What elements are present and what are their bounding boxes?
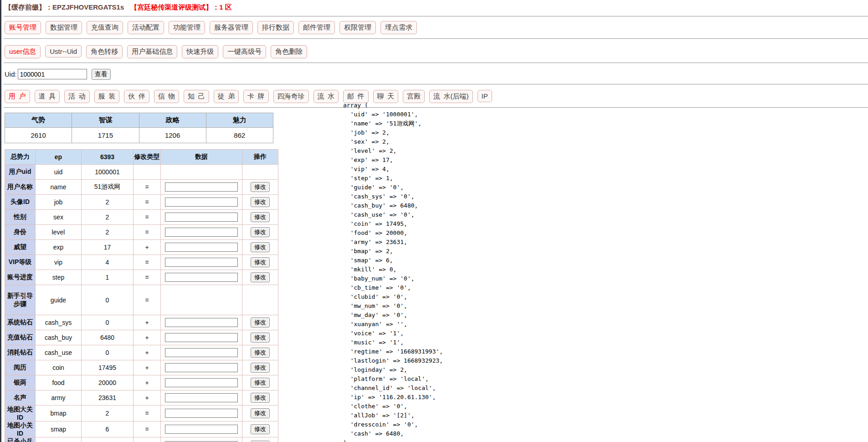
- nav-secondary-item-6[interactable]: 角色删除: [271, 45, 307, 58]
- attr-action-cell-cash_sys: 修改: [242, 315, 278, 330]
- attr-header-3: 修改类型: [134, 150, 161, 165]
- attr-data-cell-cash_buy: [161, 330, 242, 345]
- attr-action-cell-level: 修改: [242, 225, 278, 240]
- nav-secondary-item-3[interactable]: 用户基础信息: [127, 45, 177, 58]
- attr-action-cell-uid: [242, 165, 278, 180]
- attr-action-cell-bmap: 修改: [242, 406, 278, 421]
- modify-button-exp[interactable]: 修改: [251, 242, 270, 252]
- nav-primary-item-0[interactable]: 账号管理: [5, 21, 41, 34]
- attr-input-job[interactable]: [165, 198, 238, 207]
- attr-header-1: ep: [36, 150, 82, 165]
- attr-field-sex: sex: [36, 210, 82, 225]
- stat-value-2: 1206: [139, 128, 206, 143]
- nav-secondary-item-1[interactable]: Ustr--Uid: [45, 45, 82, 57]
- attr-op-level: =: [134, 225, 161, 240]
- modify-button-cash_buy[interactable]: 修改: [251, 333, 270, 343]
- attr-field-exp: exp: [36, 240, 82, 255]
- tab-item-3[interactable]: 服 装: [94, 90, 120, 103]
- tab-item-15[interactable]: IP: [478, 90, 492, 102]
- attr-field-name: name: [36, 180, 82, 195]
- nav-primary-item-7[interactable]: 邮件管理: [298, 21, 335, 34]
- tab-item-0[interactable]: 用 户: [5, 90, 30, 103]
- tab-item-1[interactable]: 道 具: [35, 90, 60, 103]
- attr-action-cell-coin: 修改: [242, 360, 278, 375]
- modify-button-coin[interactable]: 修改: [251, 363, 270, 373]
- nav-primary-item-8[interactable]: 权限管理: [339, 21, 376, 34]
- modify-button-job[interactable]: 修改: [251, 197, 270, 207]
- attr-label-sex: 性别: [5, 210, 36, 225]
- secondary-nav-toolbar: user信息Ustr--Uid角色转移用户基础信息快速升级一键高级号角色删除: [5, 45, 868, 58]
- admin-page: 【缓存前缀】：EPZJFHOVERGATS1s【宫廷秘传渠道评级测试】：1 区 …: [0, 0, 868, 442]
- attr-input-army[interactable]: [165, 393, 238, 402]
- attr-data-cell-coin: [161, 360, 242, 375]
- attr-row-exp: 威望exp17+修改: [5, 240, 278, 255]
- modify-button-food[interactable]: 修改: [251, 378, 270, 388]
- attr-op-cash_sys: +: [134, 315, 161, 330]
- attr-input-step[interactable]: [165, 273, 238, 282]
- attr-row-mkill: 已杀小兵数mkill0=修改: [5, 437, 278, 442]
- attr-input-bmap[interactable]: [165, 409, 238, 418]
- attr-op-job: =: [134, 195, 161, 210]
- attr-label-level: 身份: [5, 225, 36, 240]
- attr-input-cash_use[interactable]: [165, 348, 238, 357]
- attr-action-cell-smap: 修改: [242, 421, 278, 437]
- attr-value-vip: 4: [82, 255, 134, 270]
- tab-item-4[interactable]: 伙 伴: [124, 90, 149, 103]
- tab-item-5[interactable]: 信 物: [154, 90, 180, 103]
- nav-secondary-item-0[interactable]: user信息: [5, 45, 41, 58]
- attr-input-food[interactable]: [165, 378, 238, 387]
- attr-value-bmap: 2: [82, 406, 134, 421]
- nav-primary-item-9[interactable]: 埋点需求: [380, 21, 417, 34]
- nav-primary-item-3[interactable]: 活动配置: [128, 21, 164, 34]
- attr-value-job: 2: [82, 195, 134, 210]
- modify-button-vip[interactable]: 修改: [251, 257, 270, 267]
- modify-button-name[interactable]: 修改: [251, 182, 270, 192]
- attr-input-smap[interactable]: [165, 425, 238, 434]
- modify-button-level[interactable]: 修改: [251, 227, 270, 237]
- nav-primary-item-2[interactable]: 充值查询: [87, 21, 123, 34]
- attr-field-uid: uid: [36, 165, 82, 180]
- attr-value-sex: 2: [82, 210, 134, 225]
- attr-input-sex[interactable]: [165, 213, 238, 222]
- tab-item-8[interactable]: 卡 牌: [243, 90, 269, 103]
- attr-label-cash_buy: 充值钻石: [5, 330, 36, 345]
- tab-item-10[interactable]: 流 水: [313, 90, 339, 103]
- nav-primary-item-1[interactable]: 数据管理: [46, 21, 82, 34]
- attr-data-cell-vip: [161, 255, 242, 270]
- attr-input-vip[interactable]: [165, 258, 238, 267]
- modify-button-cash_sys[interactable]: 修改: [251, 317, 270, 328]
- attr-input-coin[interactable]: [165, 363, 238, 372]
- modify-button-bmap[interactable]: 修改: [251, 408, 270, 418]
- modify-button-sex[interactable]: 修改: [251, 212, 270, 222]
- nav-primary-item-6[interactable]: 排行数据: [257, 21, 294, 34]
- tab-item-9[interactable]: 四海奇珍: [273, 90, 309, 103]
- modify-button-smap[interactable]: 修改: [251, 424, 270, 434]
- stat-header-0: 气势: [5, 113, 72, 128]
- attr-field-job: job: [36, 195, 82, 210]
- modify-button-army[interactable]: 修改: [251, 393, 270, 403]
- attr-input-level[interactable]: [165, 228, 238, 237]
- php-array-dump: array ( 'uid' => '1000001', 'name' => '5…: [343, 101, 443, 442]
- attr-input-cash_buy[interactable]: [165, 333, 238, 342]
- view-button[interactable]: 查看: [92, 69, 111, 80]
- attr-label-bmap: 地图大关ID: [5, 406, 36, 421]
- nav-secondary-item-5[interactable]: 一键高级号: [223, 45, 266, 58]
- tab-item-6[interactable]: 知 己: [184, 90, 209, 103]
- attr-row-level: 身份level2=修改: [5, 225, 278, 240]
- tab-item-2[interactable]: 活 动: [64, 90, 90, 103]
- modify-button-cash_use[interactable]: 修改: [251, 348, 270, 358]
- attr-header-2: 6393: [82, 150, 134, 165]
- nav-secondary-item-4[interactable]: 快速升级: [182, 45, 218, 58]
- attribute-table: 总势力ep6393修改类型数据操作 用户uiduid1000001用户名称nam…: [5, 149, 278, 442]
- nav-secondary-item-2[interactable]: 角色转移: [86, 45, 123, 58]
- nav-primary-item-4[interactable]: 功能管理: [169, 21, 205, 34]
- attr-row-job: 头像IDjob2=修改: [5, 195, 278, 210]
- attr-input-cash_sys[interactable]: [165, 318, 238, 327]
- attr-input-name[interactable]: [165, 182, 238, 192]
- tab-item-7[interactable]: 徒 弟: [214, 90, 239, 103]
- uid-input[interactable]: [18, 69, 87, 79]
- nav-primary-item-5[interactable]: 服务器管理: [210, 21, 253, 34]
- modify-button-step[interactable]: 修改: [251, 272, 270, 282]
- attr-action-cell-cash_use: 修改: [242, 345, 278, 360]
- attr-input-exp[interactable]: [165, 243, 238, 252]
